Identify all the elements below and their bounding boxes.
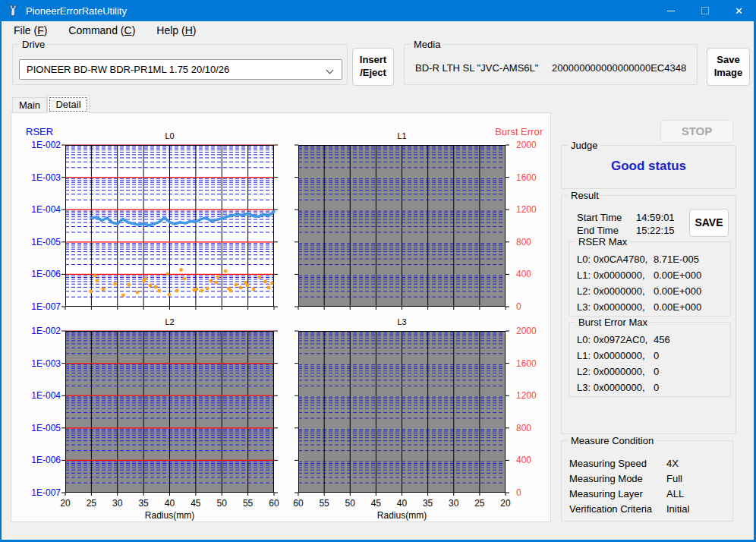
tab-detail[interactable]: Detail	[47, 95, 90, 113]
measure-condition-value-3: Initial	[666, 503, 689, 515]
maximize-icon	[701, 7, 709, 14]
rser-max-label-0: L0: 0x0CA4780,	[577, 254, 654, 265]
menu-item-help[interactable]: Help (H)	[149, 23, 203, 38]
y-left-tick-0-5: 1E-007	[21, 301, 61, 312]
rser-max-label-1: L1: 0x0000000,	[577, 269, 654, 281]
x-tick-label-L3-3: 45	[366, 498, 386, 509]
tab-main[interactable]: Main	[12, 97, 47, 113]
insert-eject-button[interactable]: Insert /Eject	[352, 48, 394, 86]
judge-group: Judge Good status	[561, 145, 736, 189]
judge-group-label: Judge	[568, 140, 600, 151]
minimize-icon	[667, 11, 675, 11]
measure-condition-label-3: Verification Criteria	[569, 503, 666, 515]
burst-error-max-row-2: L2: 0x0000000,0	[577, 366, 659, 377]
x-tick-label-L3-1: 55	[314, 498, 334, 509]
maximize-button[interactable]	[688, 0, 722, 21]
x-tick-label-L2-2: 30	[108, 498, 128, 509]
y-left-tick-1-3: 1E-005	[21, 423, 61, 433]
start-time-value: 14:59:01	[636, 212, 675, 223]
x-tick-label-L2-5: 45	[186, 498, 206, 509]
save-button-label: SAVE	[695, 216, 723, 229]
x-tick-label-L3-0: 60	[288, 498, 308, 509]
burst-error-axis-header: Burst Error	[467, 126, 543, 137]
error-rate-charts: L0L1L2202530354045505560Radius(mm)L36055…	[11, 113, 550, 522]
burst-error-max-label-1: L1: 0x0000000,	[577, 350, 654, 361]
tab-detail-label: Detail	[55, 99, 80, 110]
x-tick-label-L3-5: 35	[418, 498, 438, 509]
start-time-label: Start Time	[577, 212, 636, 223]
measure-condition-group-label: Measure Condition	[568, 435, 657, 446]
measure-condition-label-0: Measuring Speed	[569, 458, 666, 469]
y-right-tick-0-4: 400	[516, 269, 547, 279]
x-axis-label-L2: Radius(mm)	[65, 510, 274, 521]
y-left-tick-1-0: 1E-002	[21, 326, 61, 336]
x-tick-label-L2-6: 50	[212, 498, 232, 509]
close-button[interactable]: ✕	[722, 0, 756, 21]
media-group-label: Media	[411, 39, 443, 50]
media-group: Media BD-R LTH SL "JVC-AMS6L" 2000000000…	[404, 44, 698, 85]
media-type: BD-R LTH SL "JVC-AMS6L"	[415, 62, 538, 74]
burst-error-max-value-0: 456	[654, 334, 670, 345]
insert-eject-label-line1: Insert	[360, 54, 386, 67]
drive-group-label: Drive	[19, 39, 48, 50]
insert-eject-label-line2: /Eject	[360, 67, 386, 80]
save-image-label-line1: Save	[717, 54, 739, 67]
measure-condition-value-0: 4X	[666, 458, 679, 469]
burst-error-max-label-2: L2: 0x0000000,	[577, 366, 654, 377]
x-tick-label-L2-0: 20	[55, 498, 75, 509]
rser-max-row-0: L0: 0x0CA4780,8.71E-005	[577, 254, 699, 265]
burst-error-max-row-0: L0: 0x0972AC0,456	[577, 334, 670, 345]
burst-error-max-value-2: 0	[654, 366, 659, 377]
x-tick-label-L3-4: 40	[392, 498, 412, 509]
drive-select[interactable]: PIONEER BD-RW BDR-PR1ML 1.75 20/10/26	[19, 59, 342, 80]
tab-main-label: Main	[19, 99, 40, 111]
x-tick-label-L3-8: 20	[496, 498, 515, 509]
rser-max-value-2: 0.00E+000	[654, 285, 701, 297]
y-right-tick-0-2: 1200	[516, 204, 547, 215]
x-tick-label-L3-6: 30	[444, 498, 464, 509]
app-window: PioneerErrorRateUtility ✕ File (F)Comman…	[0, 0, 756, 542]
rser-max-row-3: L3: 0x0000000,0.00E+000	[577, 301, 701, 313]
chart-L2-plot	[65, 331, 274, 493]
y-left-tick-0-1: 1E-003	[21, 172, 61, 183]
burst-error-max-value-3: 0	[654, 382, 659, 393]
save-image-button[interactable]: Save Image	[707, 48, 750, 86]
measure-condition-value-1: Full	[666, 473, 682, 484]
measure-condition-row-1: Measuring ModeFull	[569, 473, 682, 484]
rser-max-group: RSER Max L0: 0x0CA4780,8.71E-005L1: 0x00…	[569, 241, 731, 317]
measure-condition-group: Measure Condition Measuring Speed4XMeasu…	[561, 440, 733, 522]
rser-max-value-1: 0.00E+000	[654, 269, 701, 281]
rser-max-label-3: L3: 0x0000000,	[577, 301, 654, 313]
title-bar: PioneerErrorRateUtility ✕	[0, 0, 756, 21]
rser-axis-header: RSER	[26, 126, 53, 137]
x-axis-label-L3: Radius(mm)	[298, 510, 506, 521]
burst-error-max-row-3: L3: 0x0000000,0	[577, 382, 659, 393]
y-left-tick-0-3: 1E-005	[21, 237, 61, 247]
drive-group: Drive PIONEER BD-RW BDR-PR1ML 1.75 20/10…	[12, 44, 348, 85]
x-tick-label-L2-8: 60	[264, 498, 284, 509]
minimize-button[interactable]	[654, 0, 688, 21]
detail-tab-page: L0L1L2202530354045505560Radius(mm)L36055…	[11, 112, 551, 522]
burst-error-max-group-label: Burst Error Max	[575, 317, 650, 328]
y-right-tick-1-4: 400	[516, 455, 547, 465]
rser-max-value-0: 8.71E-005	[654, 254, 699, 265]
chart-L0-plot	[65, 145, 274, 307]
x-tick-label-L2-1: 25	[81, 498, 101, 509]
chart-L2-title: L2	[65, 317, 274, 326]
media-id: 200000000000000000EC4348	[552, 62, 686, 74]
menu-item-file[interactable]: File (F)	[6, 23, 55, 38]
chevron-down-icon	[326, 67, 334, 74]
burst-error-max-group: Burst Error Max L0: 0x0972AC0,456L1: 0x0…	[569, 322, 731, 397]
y-left-tick-0-0: 1E-002	[21, 140, 61, 150]
chart-L3-title: L3	[298, 317, 506, 326]
save-image-label-line2: Image	[714, 67, 743, 80]
menu-item-command[interactable]: Command (C)	[61, 23, 143, 38]
stop-button[interactable]: STOP	[660, 120, 733, 143]
chart-L1-plot	[298, 145, 506, 307]
y-right-tick-0-3: 800	[516, 237, 547, 247]
drive-select-value: PIONEER BD-RW BDR-PR1ML 1.75 20/10/26	[27, 64, 229, 75]
burst-error-max-label-3: L3: 0x0000000,	[577, 382, 654, 393]
save-button[interactable]: SAVE	[689, 209, 729, 237]
result-group: Result Start Time 14:59:01 End Time 15:2…	[561, 195, 736, 434]
y-left-tick-1-4: 1E-006	[21, 455, 61, 465]
